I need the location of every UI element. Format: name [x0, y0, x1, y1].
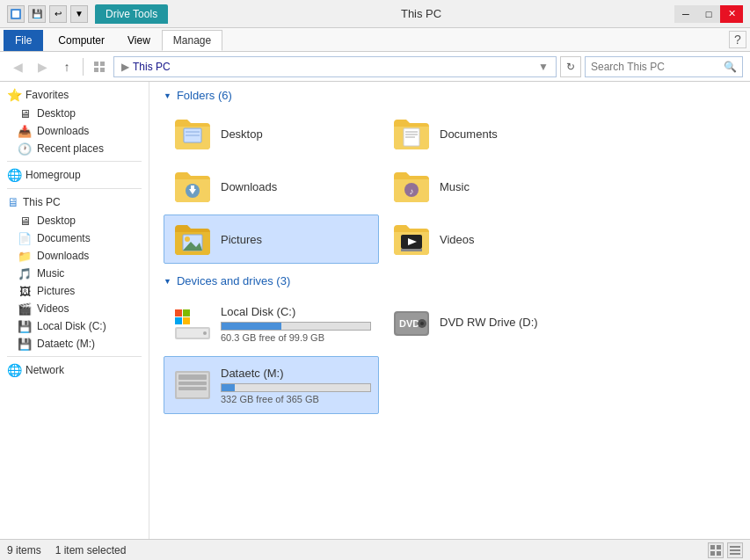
folders-section-header[interactable]: Folders (6)	[164, 89, 736, 102]
sidebar: ⭐ Favorites 🖥 Desktop 📥 Downloads 🕐 Rece…	[0, 82, 149, 539]
minimize-button[interactable]: ─	[674, 5, 697, 23]
sidebar-item-recent[interactable]: 🕐 Recent places	[0, 140, 149, 157]
sidebar-item-pc-desktop[interactable]: 🖥 Desktop	[0, 212, 149, 229]
favorites-label: Favorites	[25, 89, 69, 101]
sidebar-item-pc-localdisk[interactable]: 💾 Local Disk (C:)	[0, 317, 149, 335]
back-button[interactable]: ◀	[7, 56, 28, 77]
sidebar-item-pc-dataetc[interactable]: 💾 Dataetc (M:)	[0, 335, 149, 353]
svg-rect-1	[12, 11, 19, 18]
pc-desktop-label: Desktop	[37, 215, 76, 227]
sidebar-item-pc-pictures[interactable]: 🖼 Pictures	[0, 282, 149, 300]
sidebar-item-pc-downloads[interactable]: 📁 Downloads	[0, 247, 149, 265]
homegroup-section: 🌐 Homegroup	[0, 165, 149, 185]
sidebar-item-pc-music[interactable]: 🎵 Music	[0, 265, 149, 282]
pc-desktop-icon: 🖥	[18, 214, 32, 228]
path-dropdown[interactable]: ▼	[538, 61, 549, 73]
close-button[interactable]: ✕	[720, 5, 743, 23]
tab-computer[interactable]: Computer	[47, 30, 116, 51]
network-label: Network	[25, 364, 64, 376]
tab-file[interactable]: File	[4, 30, 43, 51]
network-header[interactable]: 🌐 Network	[0, 360, 149, 380]
maximize-button[interactable]: □	[697, 5, 720, 23]
pc-documents-label: Documents	[37, 232, 91, 244]
folders-grid: Desktop Documents	[164, 109, 736, 264]
view-large-icons-button[interactable]	[708, 542, 724, 558]
svg-rect-4	[94, 68, 98, 72]
view-list-button[interactable]	[727, 542, 743, 558]
up-button[interactable]: ↑	[56, 56, 77, 77]
drive-m-icon	[171, 364, 214, 406]
status-left: 9 items 1 item selected	[7, 544, 126, 556]
pc-videos-icon: 🎬	[18, 302, 32, 316]
content-area: Folders (6) Desktop	[149, 82, 750, 539]
search-input[interactable]	[591, 61, 724, 73]
pc-pictures-icon: 🖼	[18, 284, 32, 298]
svg-rect-46	[730, 549, 740, 551]
sidebar-item-desktop[interactable]: 🖥 Desktop	[0, 105, 149, 122]
pc-documents-icon: 📄	[18, 231, 32, 245]
pc-pictures-label: Pictures	[37, 285, 75, 297]
dvd-icon: DVD	[390, 302, 433, 345]
view-mode-button[interactable]	[89, 56, 110, 77]
search-icon[interactable]: 🔍	[724, 61, 737, 73]
thispc-header[interactable]: 🖥 This PC	[0, 193, 149, 212]
network-icon: 🌐	[7, 363, 22, 377]
folder-item-desktop[interactable]: Desktop	[164, 109, 379, 158]
pc-downloads-icon: 📁	[18, 249, 32, 263]
homegroup-header[interactable]: 🌐 Homegroup	[0, 165, 149, 185]
main-area: ⭐ Favorites 🖥 Desktop 📥 Downloads 🕐 Rece…	[0, 82, 750, 539]
quick-access-save[interactable]: 💾	[28, 5, 46, 23]
sidebar-item-recent-label: Recent places	[37, 142, 104, 155]
drive-item-m[interactable]: Dataetc (M:) 332 GB free of 365 GB	[164, 356, 379, 414]
drive-c-info: Local Disk (C:) 60.3 GB free of 99.9 GB	[221, 305, 371, 343]
recent-icon: 🕐	[18, 142, 32, 156]
path-arrow: ▶	[121, 61, 129, 73]
status-bar: 9 items 1 item selected	[0, 539, 750, 560]
quick-access-undo[interactable]: ↩	[49, 5, 67, 23]
folder-documents-name: Documents	[440, 127, 498, 141]
svg-rect-47	[730, 553, 740, 555]
address-path[interactable]: ▶ This PC ▼	[113, 56, 557, 77]
svg-rect-41	[710, 545, 715, 549]
thispc-label: This PC	[23, 196, 61, 208]
sidebar-item-pc-documents[interactable]: 📄 Documents	[0, 229, 149, 247]
homegroup-label: Homegroup	[25, 169, 81, 181]
svg-rect-40	[178, 387, 207, 390]
sidebar-item-downloads[interactable]: 📥 Downloads	[0, 122, 149, 140]
folder-music-icon: ♪	[390, 165, 433, 207]
help-button[interactable]: ?	[729, 31, 746, 48]
folder-item-videos[interactable]: Videos	[382, 215, 598, 264]
drive-item-dvd[interactable]: DVD DVD RW Drive (D:)	[382, 295, 558, 353]
ribbon-tabs: File Computer View Manage	[0, 28, 725, 51]
thispc-section: 🖥 This PC 🖥 Desktop 📄 Documents 📁 Downlo…	[0, 193, 149, 353]
sidebar-item-desktop-label: Desktop	[37, 107, 76, 120]
sidebar-item-pc-videos[interactable]: 🎬 Videos	[0, 300, 149, 317]
system-icon[interactable]	[7, 5, 25, 23]
pc-dataetc-label: Dataetc (M:)	[37, 338, 95, 350]
drive-item-c[interactable]: Local Disk (C:) 60.3 GB free of 99.9 GB	[164, 295, 379, 353]
favorites-header[interactable]: ⭐ Favorites	[0, 85, 149, 105]
tab-view[interactable]: View	[116, 30, 162, 51]
selected-count: 1 item selected	[55, 544, 127, 556]
folder-item-music[interactable]: ♪ Music	[382, 162, 598, 211]
folder-documents-icon	[390, 113, 433, 155]
forward-button[interactable]: ▶	[32, 56, 53, 77]
svg-point-19	[185, 236, 190, 242]
folder-item-downloads[interactable]: Downloads	[164, 162, 379, 211]
folder-desktop-name: Desktop	[221, 127, 263, 141]
folder-item-pictures[interactable]: Pictures	[164, 215, 379, 264]
svg-rect-43	[710, 551, 715, 556]
folder-downloads-name: Downloads	[221, 180, 277, 193]
folder-desktop-icon	[171, 113, 214, 155]
folder-item-documents[interactable]: Documents	[382, 109, 598, 158]
drive-m-name: Dataetc (M:)	[221, 367, 371, 380]
pc-music-icon: 🎵	[18, 266, 32, 280]
active-ribbon-tab[interactable]: Drive Tools	[95, 4, 168, 24]
devices-section-header[interactable]: Devices and drives (3)	[164, 274, 736, 287]
refresh-button[interactable]: ↻	[560, 56, 581, 77]
tab-manage[interactable]: Manage	[162, 30, 222, 51]
drive-c-icon	[171, 302, 214, 345]
window-title: This PC	[168, 7, 674, 20]
quick-access-dropdown[interactable]: ▼	[70, 5, 88, 23]
sidebar-item-downloads-label: Downloads	[37, 125, 89, 137]
